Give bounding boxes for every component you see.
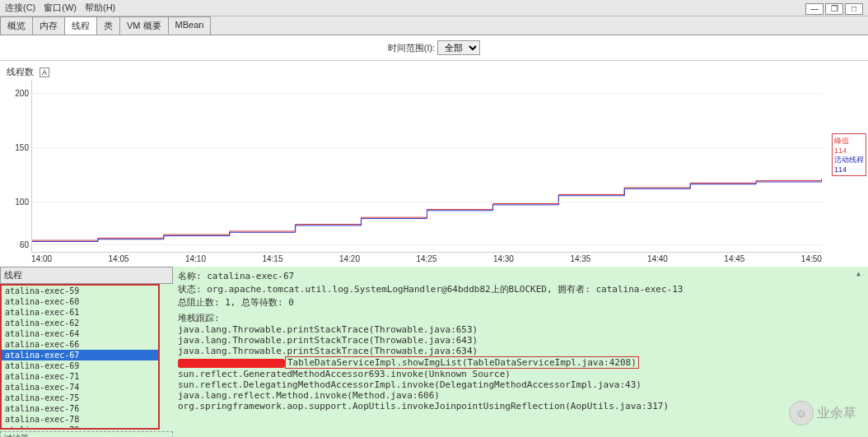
thread-list[interactable]: atalina-exec-59atalina-exec-60atalina-ex… [2, 286, 158, 428]
redacted-bar: . [178, 359, 285, 368]
max-button[interactable]: □ [845, 3, 863, 15]
tab-5[interactable]: MBean [168, 16, 212, 35]
threadcount-label: 线程数 [7, 67, 34, 77]
detail-state-key: 状态: [178, 284, 207, 295]
thread-item[interactable]: atalina-exec-74 [2, 382, 158, 393]
stack-frame: sun.reflect.GeneratedMethodAccessor693.i… [178, 369, 863, 379]
time-range-label: 时间范围(I): [388, 43, 435, 53]
tab-4[interactable]: VM 概要 [119, 16, 169, 35]
tab-1[interactable]: 内存 [32, 16, 65, 35]
menubar: 连接(C) 窗口(W) 帮助(H) [0, 0, 868, 16]
filter-section[interactable]: 过滤器 [0, 431, 173, 437]
tab-2[interactable]: 线程 [64, 16, 97, 35]
thread-item[interactable]: atalina-exec-71 [2, 371, 158, 382]
stack-frame: java.lang.reflect.Method.invoke(Method.j… [178, 390, 863, 401]
thread-item[interactable]: atalina-exec-61 [2, 307, 158, 318]
stack-frame: org.springframework.aop.support.AopUtils… [178, 401, 863, 411]
thread-item[interactable]: atalina-exec-59 [2, 286, 158, 296]
stack-frame: java.lang.Throwable.printStackTrace(Thro… [178, 324, 863, 335]
menu-window[interactable]: 窗口(W) [44, 2, 77, 14]
x-axis: 14:0014:0514:1014:1514:2014:2514:3014:35… [31, 253, 822, 263]
stack-frame: java.lang.Throwable.printStackTrace(Thro… [178, 335, 863, 346]
menu-connect[interactable]: 连接(C) [5, 2, 35, 14]
thread-detail: ▲▼ 名称: catalina-exec-67 状态: org.apache.t… [173, 267, 868, 437]
tab-3[interactable]: 类 [96, 16, 120, 35]
tab-0[interactable]: 概览 [0, 16, 33, 35]
thread-item[interactable]: atalina-exec-79 [2, 425, 158, 428]
highlighted-frame: TableDataServiceImpl.showImgList(TableDa… [285, 356, 639, 369]
watermark: ☺ 业余草 [789, 401, 856, 425]
stack-label: 堆栈跟踪: [178, 312, 863, 324]
detail-name-value: catalina-exec-67 [207, 271, 294, 281]
tabbar: 概览内存线程类VM 概要MBean [0, 16, 868, 35]
thread-item[interactable]: atalina-exec-76 [2, 403, 158, 414]
thread-panel-header: 线程 [0, 267, 173, 284]
chart-legend: 峰值 114 活动线程 114 [832, 133, 866, 176]
chart-area: 线程数 A 60100150200 14:0014:0514:1014:1514… [0, 61, 868, 267]
min-button[interactable]: — [805, 3, 824, 15]
thread-item[interactable]: atalina-exec-78 [2, 414, 158, 425]
thread-item[interactable]: atalina-exec-64 [2, 328, 158, 339]
time-range-select[interactable]: 全部 [437, 40, 480, 55]
detail-state-value: org.apache.tomcat.util.log.SystemLogHand… [207, 284, 683, 295]
stack-highlight-row: .TableDataServiceImpl.showImgList(TableD… [178, 356, 863, 369]
detail-block-value: 1, 总等待数: 0 [225, 297, 294, 308]
thread-item[interactable]: atalina-exec-69 [2, 360, 158, 371]
thread-item[interactable]: atalina-exec-60 [2, 296, 158, 307]
stack-frame: sun.reflect.DelegatingMethodAccessorImpl… [178, 379, 863, 390]
thread-item[interactable]: atalina-exec-62 [2, 318, 158, 328]
bottom-split: 线程 atalina-exec-59atalina-exec-60atalina… [0, 267, 868, 437]
detail-name-key: 名称: [178, 271, 207, 281]
thread-item[interactable]: atalina-exec-66 [2, 339, 158, 350]
window-buttons: — ❐ □ [805, 3, 863, 15]
thread-item[interactable]: atalina-exec-75 [2, 393, 158, 403]
menu-help[interactable]: 帮助(H) [85, 2, 115, 14]
detail-block-key: 总阻止数: [178, 297, 225, 308]
wechat-icon: ☺ [789, 401, 814, 425]
restore-button[interactable]: ❐ [825, 3, 843, 15]
chart-toggle-icon[interactable]: A [40, 67, 49, 77]
stack-frame: java.lang.Throwable.printStackTrace(Thro… [178, 346, 863, 356]
line-chart: 60100150200 [31, 80, 822, 253]
thread-item[interactable]: atalina-exec-67 [2, 350, 158, 360]
filter-bar: 时间范围(I): 全部 [0, 35, 868, 61]
